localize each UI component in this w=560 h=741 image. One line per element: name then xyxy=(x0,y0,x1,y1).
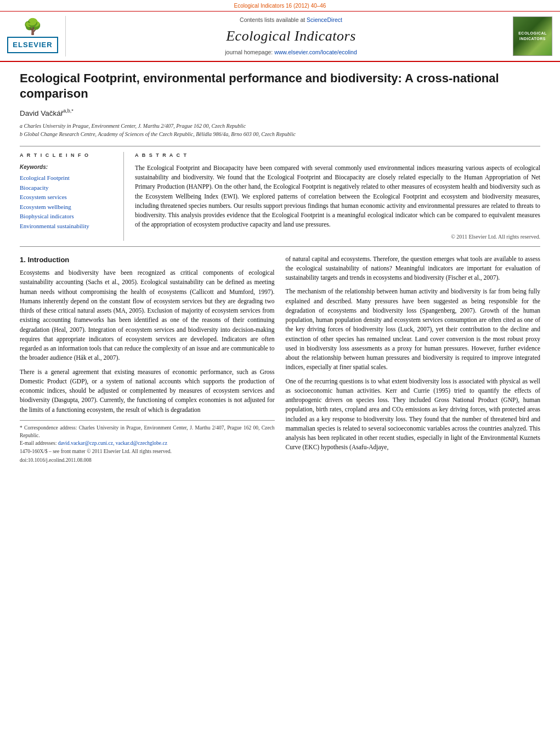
tree-icon: 🌳 xyxy=(23,19,42,35)
intro-para2: There is a general agreement that existi… xyxy=(20,367,275,415)
column-right: of natural capital and ecosystems. There… xyxy=(286,254,541,465)
article-title: Ecological Footprint, environmental perf… xyxy=(20,71,540,102)
footnote-area: * Correspondence address: Charles Univer… xyxy=(20,420,275,464)
article-body: Ecological Footprint, environmental perf… xyxy=(0,62,560,473)
intro-para1: Ecosystems and biodiversity have been re… xyxy=(20,268,275,363)
abstract-heading: A B S T R A C T xyxy=(135,152,540,159)
page: Ecological Indicators 16 (2012) 40–46 🌳 … xyxy=(0,0,560,741)
contents-text: Contents lists available at xyxy=(240,16,305,23)
keyword-2: Biocapacity xyxy=(20,183,116,193)
right-para5: One of the recurring questions is to wha… xyxy=(286,377,541,452)
header-center: Contents lists available at ScienceDirec… xyxy=(71,16,511,56)
author-line: David Vačkářa,b,* xyxy=(20,108,540,118)
elsevier-logo: 🌳 ELSEVIER xyxy=(5,16,66,56)
journal-title: Ecological Indicators xyxy=(71,26,511,46)
affiliations: a Charles University in Prague, Environm… xyxy=(20,122,540,138)
author-superscript: a,b,* xyxy=(63,108,73,114)
keyword-1: Ecological Footprint xyxy=(20,173,116,183)
author-name: David Vačkář xyxy=(20,109,63,117)
section-title: Introduction xyxy=(27,256,69,264)
two-column-content: 1. Introduction Ecosystems and biodivers… xyxy=(20,254,540,465)
email-label: E-mail addresses: xyxy=(20,440,56,446)
article-info: A R T I C L E I N F O Keywords: Ecologic… xyxy=(20,152,124,240)
abstract-section: A B S T R A C T The Ecological Footprint… xyxy=(135,152,540,240)
correspondence-footnote: * Correspondence address: Charles Univer… xyxy=(20,424,275,440)
thumb-label: ECOLOGICAL INDICATORS xyxy=(516,31,550,42)
right-para4: The mechanism of the relationship betwee… xyxy=(286,287,541,372)
affiliation-b: b Global Change Research Centre, Academy… xyxy=(20,130,540,138)
contents-line: Contents lists available at ScienceDirec… xyxy=(71,16,511,24)
affiliation-a: a Charles University in Prague, Environm… xyxy=(20,122,540,130)
column-left: 1. Introduction Ecosystems and biodivers… xyxy=(20,254,275,465)
header-block: 🌳 ELSEVIER Contents lists available at S… xyxy=(0,12,560,62)
section-number: 1. xyxy=(20,256,26,264)
sciencedirect-link[interactable]: ScienceDirect xyxy=(307,16,342,23)
homepage-text: journal homepage: xyxy=(225,49,273,55)
journal-header-bar: Ecological Indicators 16 (2012) 40–46 xyxy=(0,0,560,11)
issn-line: 1470-160X/$ – see front matter © 2011 El… xyxy=(20,448,275,455)
keyword-6: Environmental sustainability xyxy=(20,222,116,231)
intro-heading: 1. Introduction xyxy=(20,254,275,265)
abstract-text: The Ecological Footprint and Biocapacity… xyxy=(135,163,540,230)
keywords-label: Keywords: xyxy=(20,163,116,171)
keywords-list: Ecological Footprint Biocapacity Ecosyst… xyxy=(20,173,116,231)
journal-thumbnail: ECOLOGICAL INDICATORS xyxy=(511,16,555,56)
doi-line: doi:10.1016/j.ecolind.2011.08.008 xyxy=(20,456,275,464)
article-info-abstract: A R T I C L E I N F O Keywords: Ecologic… xyxy=(20,146,540,246)
copyright-line: © 2011 Elsevier Ltd. All rights reserved… xyxy=(135,233,540,241)
homepage-line: journal homepage: www.elsevier.com/locat… xyxy=(71,48,511,56)
right-para3: of natural capital and ecosystems. There… xyxy=(286,254,541,283)
article-info-heading: A R T I C L E I N F O xyxy=(20,152,116,159)
keyword-5: Biophysical indicators xyxy=(20,212,116,222)
journal-issue-label: Ecological Indicators 16 (2012) 40–46 xyxy=(234,3,326,9)
homepage-link[interactable]: www.elsevier.com/locate/ecolind xyxy=(274,49,357,55)
keyword-4: Ecosystem wellbeing xyxy=(20,202,116,212)
keyword-3: Ecosystem services xyxy=(20,193,116,202)
email-links[interactable]: david.vackar@czp.cuni.cz, vackar.d@czech… xyxy=(58,440,167,446)
elsevier-wordmark: ELSEVIER xyxy=(7,37,58,53)
journal-thumb-image: ECOLOGICAL INDICATORS xyxy=(513,16,552,56)
email-footnote: E-mail addresses: david.vackar@czp.cuni.… xyxy=(20,439,275,447)
keywords-section: Keywords: Ecological Footprint Biocapaci… xyxy=(20,163,116,231)
